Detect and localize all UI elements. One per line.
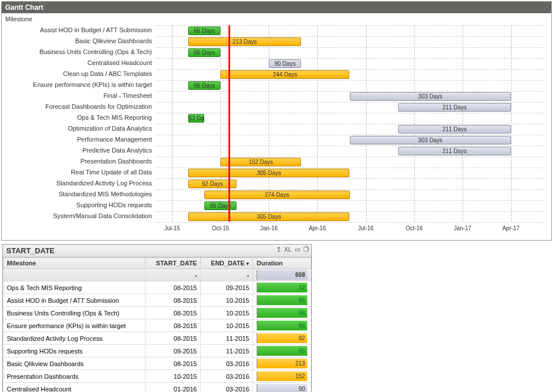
cell-milestone: Ops & Tech MIS Reporting: [3, 281, 146, 294]
detach-icon[interactable]: ❐: [303, 246, 309, 253]
cell-duration: 213: [253, 357, 311, 370]
gantt-bar[interactable]: 213 Days: [188, 37, 301, 46]
gantt-row-label: Real Time Update of all Data: [4, 167, 155, 178]
cell-duration: 608: [253, 269, 311, 281]
duration-bar: 66: [257, 308, 307, 318]
cell-end: -: [201, 269, 253, 281]
row-gridline: [156, 222, 543, 223]
cell-start: 08-2015: [146, 357, 201, 370]
minimize-icon[interactable]: ▭: [295, 246, 300, 253]
row-gridline: [156, 200, 543, 201]
cell-start: 09-2015: [146, 345, 201, 357]
gantt-plot: 66 Days213 Days66 Days90 Days244 Days66 …: [156, 25, 543, 233]
duration-bar: 52: [257, 283, 307, 292]
cell-milestone: Ensure performance (KPIs) is within targ…: [3, 319, 146, 332]
duration-bar: 608: [257, 270, 307, 280]
gantt-bar[interactable]: 211 Days: [398, 103, 511, 112]
row-gridline: [156, 211, 543, 212]
table-row[interactable]: Business Units Controlling (Ops & Tech)0…: [3, 307, 311, 319]
row-gridline: [156, 135, 543, 135]
row-gridline: [156, 69, 543, 70]
duration-bar: 66: [257, 321, 307, 330]
cell-duration: 92: [253, 332, 311, 345]
table-header-row: Milestone START_DATE END_DATE Duration: [3, 258, 311, 269]
cell-duration: 66: [253, 294, 311, 307]
col-end[interactable]: END_DATE: [201, 258, 253, 269]
excel-icon[interactable]: XL: [284, 246, 292, 253]
gantt-bar[interactable]: 66 Days: [188, 26, 220, 35]
cell-end: 09-2015: [201, 281, 253, 294]
gantt-bar[interactable]: 303 Days: [350, 136, 511, 144]
gantt-bar[interactable]: 66 Days: [188, 81, 220, 90]
cell-milestone: Supporting HODs requests: [3, 345, 146, 357]
gantt-row-label: Optimization of Data Analytics: [4, 123, 155, 134]
x-tick: Jul-16: [358, 225, 373, 231]
cell-milestone: [3, 269, 146, 281]
gantt-bar[interactable]: 211 Days: [398, 125, 511, 134]
table-row[interactable]: Centralised Headcount01-201603-201690: [3, 383, 311, 393]
gantt-row-label: Ops & Tech MIS Reporting: [4, 112, 155, 123]
cell-milestone: Standardized Activity Log Process: [3, 332, 146, 345]
cell-start: 01-2016: [146, 383, 201, 393]
table-row[interactable]: Ops & Tech MIS Reporting08-201509-201552: [3, 281, 311, 294]
col-start[interactable]: START_DATE: [146, 258, 201, 269]
cell-end: 10-2015: [201, 319, 253, 332]
x-tick: Jan-17: [453, 225, 471, 231]
duration-bar: 66: [257, 346, 307, 356]
gantt-row-label: Assist HOD in Budget / ATT Submission: [4, 25, 155, 36]
gantt-row-label: Centralised Headcount: [4, 58, 155, 68]
col-duration[interactable]: Duration: [253, 258, 311, 269]
cell-start: 08-2015: [146, 281, 201, 294]
table-row[interactable]: Supporting HODs requests09-201511-201566: [3, 345, 311, 357]
gantt-bar[interactable]: 305 Days: [188, 212, 349, 221]
cell-end: 03-2016: [201, 370, 253, 383]
gantt-row-label: System/Manual Data Consolidation: [4, 211, 155, 222]
gantt-bar[interactable]: 152 Days: [220, 158, 301, 166]
table-toolbar: ↥ XL ▭ ❐: [276, 246, 309, 253]
table-row[interactable]: Assist HOD in Budget / ATT Submission08-…: [3, 294, 311, 307]
gantt-bar[interactable]: 66 Days: [188, 48, 220, 57]
duration-bar: 152: [257, 371, 307, 381]
gantt-row-label: Forecast Dashboards for Optimization: [4, 101, 155, 112]
gantt-bar[interactable]: 52 Days: [188, 114, 204, 123]
gantt-bar[interactable]: 66 Days: [204, 201, 237, 210]
gantt-row-labels: Assist HOD in Budget / ATT SubmissionBas…: [4, 25, 155, 222]
duration-bar: 213: [257, 359, 307, 368]
gantt-area: Assist HOD in Budget / ATT SubmissionBas…: [4, 25, 543, 237]
gantt-row-label: Presentation Dashboards: [4, 156, 155, 167]
gantt-bar[interactable]: 211 Days: [398, 147, 511, 155]
x-tick: Jul-15: [164, 225, 180, 231]
row-gridline: [156, 47, 543, 48]
gantt-subtitle: Milestone: [4, 14, 543, 25]
col-milestone[interactable]: Milestone: [3, 258, 146, 269]
cell-end: 10-2015: [201, 307, 253, 319]
gantt-title: Gantt Chart: [2, 2, 551, 13]
table-row[interactable]: Presentation Dashboards10-201503-2016152: [3, 370, 311, 383]
duration-bar: 90: [257, 384, 307, 392]
gantt-row-label: Predictive Data Analytics: [4, 145, 155, 156]
cell-milestone: Business Units Controlling (Ops & Tech): [3, 307, 146, 319]
row-gridline: [156, 178, 543, 179]
row-gridline: [156, 91, 543, 92]
send-icon[interactable]: ↥: [276, 246, 281, 253]
table-row[interactable]: Basic Qlikview Dashboards08-201503-20162…: [3, 357, 311, 370]
table-row[interactable]: Ensure performance (KPIs) is within targ…: [3, 319, 311, 332]
cell-start: 08-2015: [146, 294, 201, 307]
gantt-row-label: Basic Qlikview Dashboards: [4, 36, 155, 47]
table-row[interactable]: Standardized Activity Log Process08-2015…: [3, 332, 311, 345]
gantt-bar[interactable]: 305 Days: [188, 169, 349, 177]
row-gridline: [156, 189, 543, 190]
gantt-bar[interactable]: 303 Days: [350, 92, 511, 101]
gantt-bar[interactable]: 244 Days: [220, 70, 349, 79]
data-table: Milestone START_DATE END_DATE Duration -…: [3, 257, 311, 392]
cell-milestone: Centralised Headcount: [3, 383, 146, 393]
cell-end: 03-2016: [201, 357, 253, 370]
gantt-row-label: Ensure performance (KPIs) is within targ…: [4, 79, 155, 90]
gantt-bar[interactable]: 90 Days: [269, 59, 301, 68]
row-gridline: [156, 113, 543, 113]
cell-start: 08-2015: [146, 319, 201, 332]
cell-end: 11-2015: [201, 345, 253, 357]
gantt-bar[interactable]: 274 Days: [204, 191, 349, 199]
cell-start: 08-2015: [146, 307, 201, 319]
cell-milestone: Presentation Dashboards: [3, 370, 146, 383]
